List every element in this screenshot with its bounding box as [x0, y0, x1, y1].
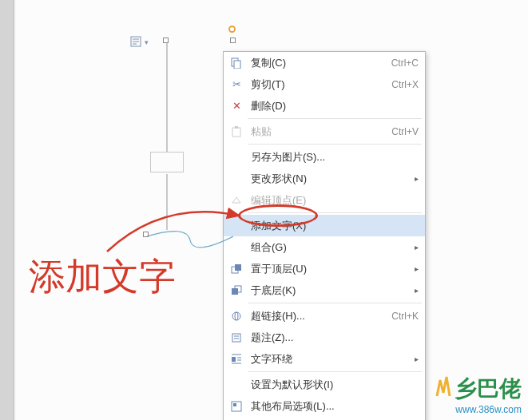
menu-change-shape-label: 更改形状(N) [244, 172, 415, 186]
rotate-handle[interactable] [228, 26, 236, 33]
menu-edit-points: 编辑顶点(E) [224, 189, 425, 211]
svg-rect-21 [232, 334, 240, 342]
menu-separator [248, 303, 422, 303]
chevron-right-icon: ▸ [415, 243, 419, 252]
menu-cut-shortcut: Ctrl+X [391, 79, 419, 90]
context-menu: 复制(C) Ctrl+C ✂ 剪切(T) Ctrl+X ✕ 删除(D) 粘贴 C… [223, 51, 426, 420]
menu-delete[interactable]: ✕ 删除(D) [224, 95, 425, 117]
menu-hyperlink-label: 超链接(H)... [244, 309, 391, 323]
flowchart-connector [166, 38, 168, 152]
selection-handle[interactable] [163, 38, 169, 43]
svg-rect-13 [232, 128, 240, 137]
menu-paste: 粘贴 Ctrl+V [224, 121, 425, 142]
svg-rect-14 [235, 126, 238, 129]
menu-change-shape[interactable]: 更改形状(N) ▸ [224, 168, 425, 189]
chevron-right-icon: ▸ [415, 264, 419, 273]
menu-hyperlink[interactable]: 超链接(H)... Ctrl+K [224, 305, 425, 327]
menu-copy-shortcut: Ctrl+C [391, 57, 419, 69]
text-wrap-icon [228, 354, 244, 365]
svg-point-19 [232, 312, 240, 320]
menu-copy-label: 复制(C) [244, 56, 391, 70]
left-gutter [0, 0, 14, 420]
svg-point-20 [235, 312, 238, 320]
menu-set-default-shape[interactable]: 设置为默认形状(I) [224, 374, 425, 395]
chevron-right-icon: ▸ [415, 174, 419, 183]
hyperlink-icon [228, 311, 244, 322]
menu-object-format[interactable]: 设置对象格式(O)... [224, 417, 425, 420]
bring-front-icon [228, 263, 244, 275]
menu-hyperlink-shortcut: Ctrl+K [391, 311, 419, 322]
chevron-right-icon: ▸ [415, 355, 419, 363]
delete-icon: ✕ [228, 100, 244, 112]
menu-add-text[interactable]: 添加文字(X) [224, 215, 425, 236]
menu-edit-points-label: 编辑顶点(E) [244, 193, 419, 208]
menu-other-layout[interactable]: 其他布局选项(L)... [224, 395, 425, 417]
paste-icon [228, 126, 244, 137]
menu-group[interactable]: 组合(G) ▸ [224, 236, 425, 258]
menu-set-default-shape-label: 设置为默认形状(I) [244, 378, 419, 392]
menu-separator [248, 118, 422, 119]
menu-caption[interactable]: 题注(Z)... [224, 327, 425, 348]
svg-rect-16 [235, 264, 241, 271]
menu-caption-label: 题注(Z)... [244, 331, 419, 345]
menu-delete-label: 删除(D) [244, 99, 419, 113]
menu-separator [248, 371, 422, 372]
svg-rect-30 [233, 403, 236, 406]
menu-text-wrap-label: 文字环绕 [244, 352, 415, 367]
menu-other-layout-label: 其他布局选项(L)... [244, 399, 419, 414]
heading-marker-icon: ▾ [130, 36, 149, 50]
annotation-text: 添加文字 [29, 252, 176, 302]
menu-separator [248, 212, 422, 213]
svg-rect-12 [234, 61, 240, 69]
menu-cut[interactable]: ✂ 剪切(T) Ctrl+X [224, 73, 425, 95]
menu-bring-to-front-label: 置于顶层(U) [244, 262, 415, 276]
menu-send-to-back[interactable]: 于底层(K) ▸ [224, 279, 425, 301]
annotation-arrow [99, 160, 251, 256]
cut-icon: ✂ [228, 78, 244, 90]
watermark-name: 乡巴佬 [455, 374, 522, 404]
menu-send-to-back-label: 于底层(K) [244, 283, 415, 298]
menu-group-label: 组合(G) [244, 240, 415, 255]
menu-add-text-label: 添加文字(X) [244, 219, 419, 233]
caption-icon [228, 332, 244, 343]
watermark-url: www.386w.com [435, 404, 522, 415]
watermark-logo: 乡巴佬 [435, 374, 522, 404]
layout-icon [228, 401, 244, 412]
menu-text-wrap[interactable]: 文字环绕 ▸ [224, 348, 425, 370]
chevron-right-icon: ▸ [415, 286, 419, 295]
selection-handle[interactable] [230, 38, 236, 43]
logo-stripe-icon [435, 374, 453, 404]
menu-separator [248, 144, 422, 145]
menu-save-as-image-label: 另存为图片(S)... [244, 150, 419, 164]
menu-copy[interactable]: 复制(C) Ctrl+C [224, 52, 425, 73]
send-back-icon [228, 285, 244, 296]
watermark: 乡巴佬 www.386w.com [435, 374, 522, 415]
menu-paste-shortcut: Ctrl+V [391, 126, 419, 137]
menu-save-as-image[interactable]: 另存为图片(S)... [224, 146, 425, 168]
svg-rect-18 [232, 288, 238, 295]
menu-paste-label: 粘贴 [244, 125, 391, 139]
svg-rect-24 [232, 357, 236, 362]
menu-cut-label: 剪切(T) [244, 77, 391, 92]
menu-bring-to-front[interactable]: 置于顶层(U) ▸ [224, 258, 425, 279]
copy-icon [228, 57, 244, 69]
